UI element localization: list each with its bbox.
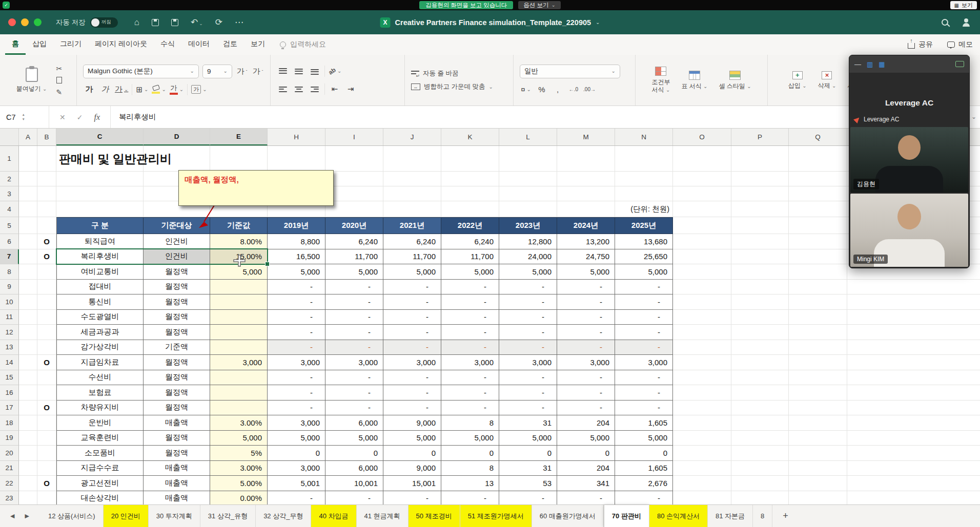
participant-video-2[interactable]: Mingi KIM: [850, 194, 968, 267]
cell-J4[interactable]: [383, 201, 441, 217]
sheet-tab-13[interactable]: 81 자본금: [708, 505, 753, 527]
cell-M6[interactable]: 13,200: [557, 234, 615, 249]
cell-K19[interactable]: 5,000: [441, 431, 499, 446]
cell-K4[interactable]: [441, 201, 499, 217]
cell-Q5[interactable]: [789, 217, 847, 234]
cell-L20[interactable]: 0: [499, 446, 557, 461]
cell-E10[interactable]: [210, 294, 268, 310]
cell-A17[interactable]: [19, 400, 37, 416]
cell-C21[interactable]: 지급수수료: [56, 461, 144, 476]
cell-N8[interactable]: 5,000: [615, 264, 673, 280]
cell-D22[interactable]: 매출액: [144, 476, 210, 491]
cell-M17[interactable]: -: [557, 400, 615, 416]
cell-M20[interactable]: 0: [557, 446, 615, 461]
cell-J16[interactable]: -: [383, 385, 441, 400]
save-as-icon[interactable]: [171, 19, 178, 26]
cell-M19[interactable]: 5,000: [557, 431, 615, 446]
zoom-panel[interactable]: — ▥ ▦ Leverage AC Leverage AC 김용현 Mingi …: [849, 55, 970, 268]
cell-I2[interactable]: [325, 172, 383, 186]
cell-Q21[interactable]: [789, 461, 847, 476]
cell-D7[interactable]: 인건비: [144, 249, 210, 265]
tab-home[interactable]: 홈: [5, 34, 26, 55]
row-header-10[interactable]: 10: [0, 294, 19, 310]
cell-H9[interactable]: -: [268, 280, 325, 295]
cell-H7[interactable]: 16,500: [268, 249, 325, 265]
cell-K20[interactable]: 0: [441, 446, 499, 461]
insert-cells-button[interactable]: + 삽입 ⌄: [784, 71, 811, 90]
cell-Q4[interactable]: [789, 201, 847, 217]
cell-L4[interactable]: [499, 201, 557, 217]
italic-button[interactable]: 가: [99, 83, 111, 96]
cell-D9[interactable]: 월정액: [144, 280, 210, 295]
cell-A15[interactable]: [19, 370, 37, 386]
header-year-0[interactable]: 2019년: [268, 217, 325, 234]
sheet-tab-11[interactable]: 70 판관비: [604, 505, 649, 527]
cell-O13[interactable]: [673, 340, 731, 355]
cell-I4[interactable]: [325, 201, 383, 217]
cell-I11[interactable]: -: [325, 310, 383, 325]
cell-A13[interactable]: [19, 340, 37, 355]
cell-B23[interactable]: [37, 491, 56, 505]
cell-D18[interactable]: 매출액: [144, 415, 210, 431]
cell-J1[interactable]: [383, 146, 441, 172]
cell-J14[interactable]: 3,000: [383, 355, 441, 370]
zoom-gallery-view-icon[interactable]: ▦: [879, 60, 885, 68]
cell-P6[interactable]: [731, 234, 789, 249]
cell-N17[interactable]: -: [615, 400, 673, 416]
cell-N4[interactable]: (단위: 천원): [615, 201, 673, 217]
cell-B15[interactable]: [37, 370, 56, 386]
column-header-P[interactable]: P: [731, 129, 789, 145]
cell-J17[interactable]: -: [383, 400, 441, 416]
cell-O20[interactable]: [673, 446, 731, 461]
cell-A2[interactable]: [19, 172, 37, 186]
paste-button[interactable]: 붙여넣기 ⌄: [14, 68, 49, 93]
cell-I19[interactable]: 5,000: [325, 431, 383, 446]
sheet-tab-10[interactable]: 60 매출원가명세서: [532, 505, 604, 527]
tab-insert[interactable]: 삽입: [26, 34, 53, 55]
cell-O12[interactable]: [673, 325, 731, 340]
row-header-9[interactable]: 9: [0, 280, 19, 295]
cell-R18[interactable]: [847, 415, 980, 431]
view-button[interactable]: ▦보기: [950, 1, 977, 9]
cell-Q2[interactable]: [789, 172, 847, 186]
cell-K12[interactable]: -: [441, 325, 499, 340]
autosave-toggle[interactable]: 꺼짐: [90, 17, 118, 28]
account-icon[interactable]: [962, 18, 971, 27]
cell-N9[interactable]: -: [615, 280, 673, 295]
zoom-speaker-view-icon[interactable]: ▥: [867, 60, 873, 68]
cell-K16[interactable]: -: [441, 385, 499, 400]
cell-M4[interactable]: [557, 201, 615, 217]
cell-P23[interactable]: [731, 491, 789, 505]
cell-B9[interactable]: [37, 280, 56, 295]
cell-N23[interactable]: -: [615, 491, 673, 505]
tab-page-layout[interactable]: 페이지 레이아웃: [88, 34, 154, 55]
tabs-scroll-left-icon[interactable]: ◀: [10, 513, 14, 519]
formula-bar-expand-icon[interactable]: ⌄: [971, 113, 976, 120]
cell-M13[interactable]: -: [557, 340, 615, 355]
row-header-11[interactable]: 11: [0, 310, 19, 325]
cell-P10[interactable]: [731, 294, 789, 310]
cell-Q18[interactable]: [789, 415, 847, 431]
cell-C15[interactable]: 수선비: [56, 370, 144, 386]
cell-J10[interactable]: -: [383, 294, 441, 310]
cell-B16[interactable]: [37, 385, 56, 400]
cell-Q9[interactable]: [789, 280, 847, 295]
cell-K23[interactable]: -: [441, 491, 499, 505]
cell-R23[interactable]: [847, 491, 980, 505]
sheet-tab-1[interactable]: 12 상품(서비스): [40, 505, 104, 527]
cell-C8[interactable]: 여비교통비: [56, 264, 144, 280]
minimize-window-icon[interactable]: [21, 18, 29, 26]
cell-D11[interactable]: 월정액: [144, 310, 210, 325]
cell-Q13[interactable]: [789, 340, 847, 355]
comments-button[interactable]: 메모: [947, 40, 973, 49]
tab-view[interactable]: 보기: [244, 34, 272, 55]
cell-B17[interactable]: O: [37, 400, 56, 416]
cell-A19[interactable]: [19, 431, 37, 446]
cell-O22[interactable]: [673, 476, 731, 491]
cell-B11[interactable]: [37, 310, 56, 325]
cell-L8[interactable]: 5,000: [499, 264, 557, 280]
cell-O21[interactable]: [673, 461, 731, 476]
cell-C23[interactable]: 대손상각비: [56, 491, 144, 505]
cell-L11[interactable]: -: [499, 310, 557, 325]
cell-A4[interactable]: [19, 201, 37, 217]
